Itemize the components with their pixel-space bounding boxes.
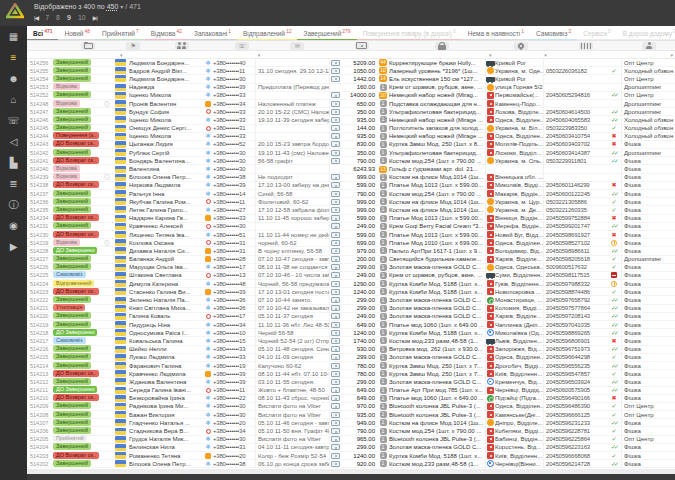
tracking-number[interactable]: 20450598691927 [543, 231, 607, 239]
client-name[interactable]: Цыганюк Лидия [129, 140, 203, 148]
client-phone[interactable]: +380•••••••39 [213, 181, 255, 189]
status-cell[interactable]: Завершений [53, 75, 103, 83]
client-name[interactable]: Іщенко Микола [129, 132, 203, 140]
tracking-number[interactable]: 0503229911801 [543, 157, 607, 165]
tab-прийнятий[interactable]: Прийнятий7 [96, 26, 145, 41]
client-name[interactable]: Грудок Наталія Мик... [129, 435, 203, 443]
status-cell[interactable]: ДО Завершено [53, 247, 103, 255]
client-name[interactable]: Галина Коваль [129, 312, 203, 320]
product-name[interactable]: Ультрафиолетовая бактерицид... [389, 108, 485, 116]
shown-to[interactable]: 450 [107, 3, 119, 10]
product-name[interactable]: Ель искуственная 150 см *127... [389, 75, 485, 83]
client-phone[interactable]: +380•••••••33 [213, 91, 255, 99]
client-phone[interactable]: +380•••••••52 [213, 140, 255, 148]
status-cell[interactable]: Самовивіз [53, 271, 103, 279]
order-comment[interactable]: 06.10 до конца срока заберу. ... [255, 460, 329, 468]
client-name[interactable]: Ниркова Людмила [129, 181, 203, 189]
order-comment[interactable]: 20.10 15-22 (СМС) Наложенн... [255, 108, 329, 116]
client-phone[interactable]: +380•••••••38 [213, 173, 255, 181]
range-caret-icon[interactable]: ▾ [120, 4, 123, 10]
delivery-city[interactable]: Новий Буг, Відд... [495, 231, 543, 239]
order-comment[interactable]: Предоплата (Перевод денег в... [255, 83, 329, 91]
sort-status-button[interactable] [81, 42, 95, 50]
product-name[interactable]: Bluetooth колонка JBL Pulse-3 (... [389, 411, 485, 419]
delivery-city[interactable]: Первомайськ(... [495, 91, 543, 99]
product-name[interactable]: Ветровка мод. 262 (1шт. х 930.0... [389, 345, 485, 353]
client-name[interactable]: Білоока Олена Петр... [129, 173, 203, 181]
delivery-city[interactable]: Украина, м. Оль... [495, 157, 543, 165]
client-name[interactable]: Жданова Валентина [129, 378, 203, 386]
status-cell[interactable]: Завершений [53, 353, 103, 361]
product-name[interactable]: Платье мод.1060 (1шт. х 649.00 ... [389, 394, 485, 402]
status-cell[interactable]: Завершений [53, 321, 103, 329]
tracking-number[interactable]: 20450597577864 [543, 304, 607, 312]
tab-повернення-товару-в-дорозі-[interactable]: Повернення товару (в дорозі)0 [357, 26, 462, 41]
client-name[interactable]: Фаранович Галина [129, 362, 203, 370]
client-phone[interactable]: +380•••••••13 [213, 271, 255, 279]
client-name[interactable]: Онищук Денис Сергі... [129, 124, 203, 132]
delivery-city[interactable]: Новопокровка ... [495, 288, 543, 296]
order-comment[interactable]: 05.10 11-50 вня. Графіт 48-50р [255, 427, 329, 435]
delivery-city[interactable]: Монастирище, ... [495, 296, 543, 304]
sort-source-button[interactable] [642, 42, 656, 50]
last-page-button[interactable]: ▶| [93, 14, 97, 21]
product-name[interactable]: Золотая маска-пленка GOLD C... [389, 443, 485, 451]
delivery-city[interactable]: Київ, Відділенн... [495, 370, 543, 378]
client-name[interactable]: Стадникова Вера В... [129, 427, 203, 435]
delivery-city[interactable]: Підгайці (Підга... [495, 394, 543, 402]
client-phone[interactable]: +380•••••••34 [213, 321, 255, 329]
tracking-number[interactable]: 20450597041035 [543, 321, 607, 329]
tracking-number[interactable]: 20450598986611 [543, 247, 607, 255]
client-name[interactable]: Марущак Ольга Іва... [129, 263, 203, 271]
client-name[interactable]: Бундук София [129, 108, 203, 116]
tab-всі[interactable]: Всі471 [27, 26, 58, 41]
client-phone[interactable]: +380•••••••31 [213, 443, 255, 451]
status-cell[interactable]: Відмова [53, 239, 103, 247]
delivery-city[interactable]: Могилів-Поділь... [495, 140, 543, 148]
tracking-number[interactable]: 20450596547857 [543, 370, 607, 378]
tab-запаковані[interactable]: Запаковані1 [188, 26, 237, 41]
tracking-number[interactable]: 20450596666125 [543, 411, 607, 419]
product-name[interactable]: Золотая маска-пленка GOLD C... [389, 263, 485, 271]
product-name[interactable]: Крем Goqi Berry Facial Cream *3... [389, 222, 485, 230]
order-comment[interactable]: 05.10 11-37 сегодня [255, 312, 329, 320]
tab-завершений[interactable]: Завершений279 [297, 26, 356, 41]
client-name[interactable]: Гладченко Наталья ... [129, 419, 203, 427]
delivery-city[interactable]: Украина, м. Біл... [495, 124, 543, 132]
tracking-number[interactable]: 20450596668068 [543, 452, 607, 460]
sort-ttn-button[interactable] [579, 42, 593, 50]
product-name[interactable]: Платье Мод 1013 (1шт. х 599.00... [389, 231, 485, 239]
delivery-city[interactable]: Чаплинка (Дніп... [495, 321, 543, 329]
order-comment[interactable]: Капучино 60-62 [255, 362, 329, 370]
client-phone[interactable]: +380•••••••30 [213, 75, 255, 83]
product-name[interactable]: Золотая маска-пленка GOLD C... [389, 378, 485, 386]
product-name[interactable]: Поглотитель запахов для холод... [389, 124, 485, 132]
order-comment[interactable] [255, 132, 329, 140]
status-cell[interactable]: ДО Возврат ск.. [53, 452, 103, 460]
tracking-number[interactable]: 0503221305886 [543, 198, 607, 206]
delivery-city[interactable]: Мерефа, Віддін... [495, 222, 543, 230]
tracking-number[interactable] [543, 75, 607, 83]
sort-phone-button[interactable]: ☏ [235, 42, 249, 50]
delivery-city[interactable]: Львів, Відділен... [495, 337, 543, 345]
order-comment[interactable]: чорний, 60-62 [255, 239, 329, 247]
status-cell[interactable]: ДО Возврат ск.. [53, 140, 103, 148]
client-name[interactable]: Безкоровайна Ірина [129, 394, 203, 402]
sidebar-item-telephony[interactable]: ☏ [0, 110, 27, 131]
status-cell[interactable]: Завершений [53, 222, 103, 230]
delivery-city[interactable]: Кривой Рог [495, 75, 543, 83]
tracking-number[interactable]: 20450603414387 [543, 149, 607, 157]
client-name[interactable]: Козлова Оксана [129, 239, 203, 247]
tracking-number[interactable]: 20450597208143 [543, 312, 607, 320]
product-name[interactable]: Подставка охлаждающая для н... [389, 100, 485, 108]
client-phone[interactable]: +380•••••••20 [213, 452, 255, 460]
order-comment[interactable]: 20.10 15-23 завтра бордо 60-62 [255, 140, 329, 148]
client-name[interactable]: Людмила Бондарен... [129, 75, 203, 83]
filter-product[interactable]: ▾ [390, 51, 493, 59]
order-comment[interactable]: 11.10 11-44 номер не действи... [255, 231, 329, 239]
client-name[interactable]: Зеленко Наталія Па... [129, 296, 203, 304]
status-cell[interactable]: Завершений [53, 149, 103, 157]
product-name[interactable]: Золотая маска-пленка GOLD C... [389, 353, 485, 361]
client-name[interactable]: Пронів Валентин [129, 100, 203, 108]
tracking-number[interactable]: 20450599201747 [543, 222, 607, 230]
